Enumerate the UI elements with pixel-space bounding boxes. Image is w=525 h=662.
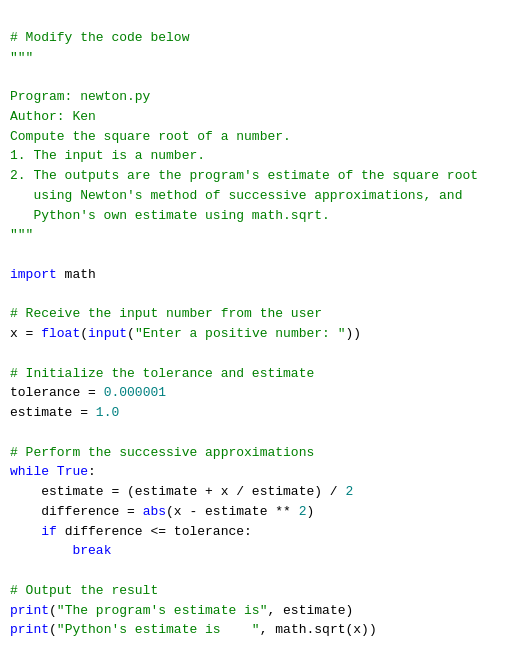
line-20: estimate = 1.0 [10,405,119,420]
line-4: Program: newton.py [10,89,150,104]
line-6: Compute the square root of a number. [10,129,291,144]
line-27: break [10,543,111,558]
line-30: print("The program's estimate is", estim… [10,603,353,618]
code-editor: # Modify the code below """ Program: new… [10,8,515,640]
line-10: Python's own estimate using math.sqrt. [10,208,330,223]
line-5: Author: Ken [10,109,96,124]
line-31: print("Python's estimate is ", math.sqrt… [10,622,377,637]
line-11: """ [10,227,33,242]
line-26: if difference <= tolerance: [10,524,252,539]
line-19: tolerance = 0.000001 [10,385,166,400]
line-7: 1. The input is a number. [10,148,205,163]
line-22: # Perform the successive approximations [10,445,314,460]
line-18: # Initialize the tolerance and estimate [10,366,314,381]
line-23: while True: [10,464,96,479]
line-13: import math [10,267,96,282]
line-25: difference = abs(x - estimate ** 2) [10,504,314,519]
line-24: estimate = (estimate + x / estimate) / 2 [10,484,353,499]
line-15: # Receive the input number from the user [10,306,322,321]
line-16: x = float(input("Enter a positive number… [10,326,361,341]
line-1: # Modify the code below [10,30,189,45]
line-8: 2. The outputs are the program's estimat… [10,168,478,183]
line-9: using Newton's method of successive appr… [10,188,462,203]
line-29: # Output the result [10,583,158,598]
line-2: """ [10,50,33,65]
